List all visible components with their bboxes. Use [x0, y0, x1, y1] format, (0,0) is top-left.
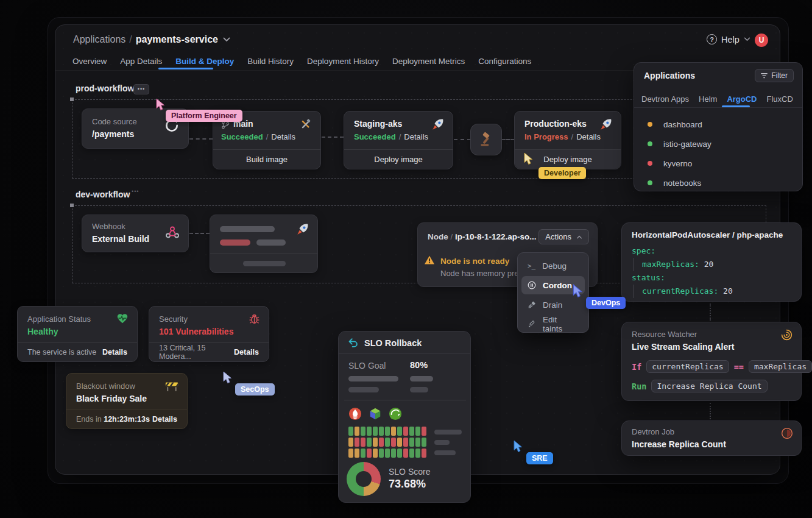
heatmap-cell — [385, 449, 390, 458]
condition-chip: currentReplicas — [646, 360, 729, 373]
heatmap-cell — [397, 438, 402, 447]
blackout-details-link[interactable]: Details — [152, 415, 177, 424]
menu-label: Debug — [542, 261, 567, 271]
skeleton-pipeline-card[interactable] — [210, 215, 318, 273]
application-status-card: Application Status Healthy The service i… — [17, 306, 138, 362]
status-dot — [648, 180, 652, 185]
heatmap-cell — [397, 427, 402, 436]
production-details-link[interactable]: Details — [576, 132, 601, 141]
filter-button[interactable]: Filter — [755, 69, 794, 82]
status-details-link[interactable]: Details — [102, 348, 127, 357]
tools-icon — [300, 118, 312, 130]
sre-badge: SRE — [526, 452, 553, 464]
staging-details-link[interactable]: Details — [404, 132, 428, 141]
webhook-card[interactable]: Webhook External Build — [82, 215, 189, 252]
panel-divider — [634, 107, 802, 108]
security-card-footer: 13 Critical, 15 Modera... — [159, 344, 234, 361]
rocket-icon — [296, 222, 309, 236]
slo-panel-title: SLO Rollback — [364, 338, 422, 348]
app-list-item[interactable]: istio-gateway — [648, 137, 711, 151]
developer-cursor — [523, 152, 535, 166]
connector — [189, 138, 213, 140]
tab-build-history[interactable]: Build History — [247, 57, 294, 66]
heatmap-cell — [379, 449, 384, 458]
yaml-value: 20 — [723, 286, 733, 296]
operator: == — [734, 362, 744, 372]
menu-item-debug[interactable]: >_ Debug — [521, 257, 585, 275]
terminal-icon: >_ — [528, 262, 535, 270]
avatar[interactable]: U — [755, 34, 768, 47]
screen: Applications / payments-service ? Help U… — [0, 0, 812, 518]
heatmap-cell — [385, 438, 390, 447]
slo-rollback-panel: SLO Rollback SLO Goal 80% — [338, 331, 471, 503]
approval-gate-chip[interactable] — [470, 124, 502, 155]
tab-deployment-metrics[interactable]: Deployment Metrics — [392, 57, 465, 66]
app-list-item[interactable]: dashboard — [648, 117, 702, 132]
node-separator: / — [451, 232, 453, 241]
actions-button[interactable]: Actions — [538, 229, 589, 244]
heatmap-cell — [367, 438, 372, 447]
menu-item-edit-taints[interactable]: Edit taints — [521, 315, 585, 333]
yaml-key: currentReplicas: — [642, 286, 718, 296]
chevron-down-icon[interactable] — [223, 37, 230, 42]
slo-goal-value: 80% — [410, 360, 428, 370]
heatmap-cell — [348, 427, 353, 436]
brush-icon — [528, 300, 536, 309]
app-name: notebooks — [663, 179, 701, 188]
connector — [502, 139, 514, 140]
hpa-title: HorizontalPodAutoscaler / php-apache — [632, 230, 783, 239]
skeleton-bar — [410, 376, 433, 381]
tab-helm[interactable]: Helm — [699, 94, 717, 104]
breadcrumb-separator: / — [125, 34, 135, 45]
heatmap-cell — [409, 449, 414, 458]
prod-workflow-menu-button[interactable]: ••• — [133, 84, 149, 94]
skeleton-bar — [220, 226, 275, 232]
status-card-footer: The service is active — [27, 348, 96, 357]
build-image-button[interactable]: Build image — [213, 149, 320, 169]
help-menu[interactable]: ? Help — [707, 34, 750, 44]
heatmap-cell — [348, 449, 353, 458]
staging-deploy-button[interactable]: Deploy image — [344, 149, 453, 169]
build-details-link[interactable]: Details — [271, 132, 295, 141]
tab-build-deploy[interactable]: Build & Deploy — [175, 57, 234, 66]
dev-workflow-menu-button[interactable]: ••• — [132, 188, 139, 194]
heatmap-cell — [403, 449, 408, 458]
blackout-window-card: Blackout window Black Friday Sale Ends i… — [66, 373, 188, 429]
heatmap-cell — [355, 427, 359, 436]
skeleton-bar — [256, 239, 286, 246]
dev-workflow-handle[interactable] — [70, 204, 74, 207]
staging-pipeline-card[interactable]: Staging-aks Succeeded / Details Deploy i… — [344, 111, 453, 169]
secops-badge: SecOps — [235, 383, 275, 396]
tab-deployment-history[interactable]: Deployment History — [307, 57, 379, 66]
blackout-label: Blackout window — [76, 381, 135, 391]
security-details-link[interactable]: Details — [234, 348, 259, 357]
security-card: Security 101 Vulnerabilities 13 Critical… — [149, 306, 269, 362]
cursor-icon — [571, 284, 585, 299]
webhook-label: Webhook — [92, 222, 125, 231]
tab-devtron-apps[interactable]: Devtron Apps — [641, 94, 689, 104]
connector — [454, 139, 471, 140]
live-watch-icon — [780, 328, 793, 341]
filter-label: Filter — [771, 71, 788, 80]
tab-app-details[interactable]: App Details — [120, 57, 162, 66]
prod-workflow-handle[interactable] — [70, 98, 74, 101]
app-list-item[interactable]: notebooks — [648, 176, 701, 190]
chevron-down-icon — [744, 37, 750, 41]
resource-watcher-title: Live Stream Scaling Alert — [632, 342, 734, 352]
heatmap-cell — [385, 427, 390, 436]
breadcrumb-root[interactable]: Applications — [73, 34, 125, 45]
yaml-value: 20 — [704, 260, 714, 269]
tab-overview[interactable]: Overview — [72, 57, 107, 66]
tab-argocd[interactable]: ArgoCD — [727, 94, 757, 104]
app-list-item[interactable]: kyverno — [648, 156, 692, 171]
heatmap-cell — [415, 438, 420, 447]
heatmap-cell — [415, 427, 420, 436]
rocket-icon — [599, 118, 613, 131]
tab-configurations[interactable]: Configurations — [478, 57, 531, 66]
yaml-key: spec: — [632, 246, 655, 255]
devops-cursor — [571, 284, 585, 299]
tab-fluxcd[interactable]: FluxCD — [767, 94, 793, 104]
slo-heatmap — [348, 427, 426, 459]
rocket-icon — [431, 118, 445, 131]
node-warning-desc: Node has memory pre... — [440, 269, 525, 278]
